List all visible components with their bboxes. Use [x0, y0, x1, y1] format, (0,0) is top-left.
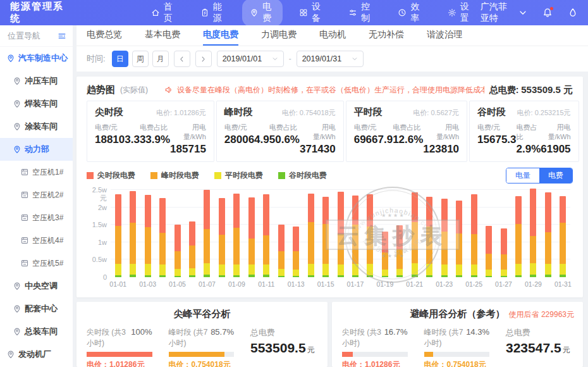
bar-column[interactable]: 01-03 — [140, 190, 155, 277]
menu-item-settings[interactable]: 设置 — [440, 0, 481, 27]
tab-基本电费[interactable]: 基本电费 — [145, 25, 180, 46]
bar-column[interactable] — [333, 190, 348, 277]
bar-column[interactable] — [481, 190, 496, 277]
menu-item-fee[interactable]: 电费 — [242, 0, 283, 27]
notifications-bell[interactable] — [542, 8, 553, 18]
bar-segment — [545, 232, 551, 264]
bar-segment — [338, 192, 344, 233]
prev-period-button[interactable] — [174, 51, 190, 67]
tab-无功补偿[interactable]: 无功补偿 — [369, 25, 404, 46]
bar-segment — [352, 225, 358, 264]
legend-swatch — [214, 172, 221, 179]
tab-电度电费[interactable]: 电度电费 — [203, 25, 238, 46]
legend-item[interactable]: 谷时段电费 — [278, 170, 327, 181]
toggle-fee[interactable]: 电费 — [539, 168, 572, 183]
ratio-value: 12.6% — [393, 134, 423, 146]
bar-column[interactable] — [451, 190, 466, 277]
bar-column[interactable]: 01-15 — [318, 190, 333, 277]
bar-segment — [248, 239, 255, 264]
sidebar-item[interactable]: 中央空调 — [0, 275, 73, 297]
menu-item-device[interactable]: 设备 — [291, 0, 332, 27]
ratio-value: 33.9% — [140, 134, 170, 146]
bar-column[interactable] — [244, 190, 259, 277]
toggle-energy[interactable]: 电量 — [506, 168, 539, 183]
sidebar-item[interactable]: 总装车间 — [0, 320, 73, 343]
bar-column[interactable]: 01-01 — [111, 190, 125, 277]
menu-item-efficiency[interactable]: 效率 — [390, 0, 431, 27]
sidebar-item[interactable]: 动力部 — [0, 138, 73, 161]
sidebar-item-label: 空压机2# — [32, 190, 63, 201]
bar-column[interactable]: 01-13 — [288, 190, 303, 277]
bar-column[interactable]: 01-11 — [259, 190, 274, 277]
collapse-sidebar-icon[interactable] — [58, 32, 66, 40]
sidebar-item[interactable]: 空压机1# — [0, 161, 73, 184]
bar-column[interactable] — [303, 190, 318, 277]
bar-column[interactable]: 01-23 — [437, 190, 451, 277]
tab-电费总览[interactable]: 电费总览 — [87, 25, 122, 46]
sidebar-item[interactable]: 冲压车间 — [0, 70, 73, 92]
bar-column[interactable]: 01-31 — [556, 190, 570, 277]
legend-item[interactable]: 平时段电费 — [214, 170, 263, 181]
sidebar-item[interactable]: 汽车制造中心 — [0, 47, 73, 70]
bar-segment — [219, 198, 225, 235]
energy-icon — [200, 8, 209, 17]
sidebar-item[interactable]: 空压机2# — [0, 184, 73, 206]
bar-column[interactable]: 01-21 — [407, 190, 422, 277]
sidebar-header: 位置导航 — [0, 25, 73, 47]
bar-segment — [308, 264, 314, 275]
bar-column[interactable]: 01-07 — [200, 190, 214, 277]
efficiency-icon — [398, 8, 407, 17]
start-date-picker[interactable]: 2019/01/01 — [217, 51, 284, 67]
legend-item[interactable]: 尖时段电费 — [87, 170, 135, 181]
sidebar-item[interactable]: 空压机4# — [0, 229, 73, 252]
bar-column[interactable] — [155, 190, 169, 277]
bar-column[interactable] — [541, 190, 555, 277]
bar-segment — [175, 225, 181, 251]
sidebar-item[interactable]: 空压机5# — [0, 252, 73, 275]
bar-column[interactable] — [125, 190, 140, 277]
bar-stack — [530, 189, 536, 277]
bar-column[interactable]: 01-25 — [467, 190, 481, 277]
bar-column[interactable]: 01-09 — [230, 190, 244, 277]
bar-column[interactable] — [511, 190, 525, 277]
company-name: 广汽菲亚特 — [481, 1, 515, 24]
bar-column[interactable]: 01-19 — [377, 190, 392, 277]
bar-column[interactable] — [393, 190, 407, 277]
sidebar-item[interactable]: 发动机厂 — [0, 343, 73, 366]
menu-item-energy[interactable]: 能源 — [193, 0, 233, 27]
y-axis-tick: 0 — [87, 273, 107, 281]
next-period-button[interactable] — [195, 51, 212, 67]
end-date-picker[interactable]: 2019/01/31 — [297, 51, 364, 67]
mode-week-button[interactable]: 周 — [132, 51, 149, 67]
sidebar-item[interactable]: 焊装车间 — [0, 92, 73, 115]
sidebar-item[interactable]: 配套中心 — [0, 297, 73, 320]
sidebar-item[interactable]: 空压机3# — [0, 206, 73, 229]
mode-month-button[interactable]: 月 — [152, 51, 169, 67]
company-selector[interactable]: 广汽菲亚特 — [481, 1, 527, 24]
menu-item-home[interactable]: 首页 — [144, 0, 184, 27]
bar-segment — [382, 252, 388, 270]
water-drop-button[interactable] — [568, 8, 578, 18]
tab-谐波治理[interactable]: 谐波治理 — [427, 25, 462, 46]
bar-column[interactable]: 01-29 — [526, 190, 541, 277]
sidebar-item[interactable]: 涂装车间 — [0, 115, 73, 138]
bar-column[interactable] — [214, 190, 229, 277]
bar-segment — [145, 264, 151, 275]
sidebar-item-label: 配套中心 — [25, 303, 58, 314]
fee-value: 15675.3 — [477, 134, 516, 146]
bar-column[interactable]: 01-05 — [170, 190, 185, 277]
bar-column[interactable] — [363, 190, 377, 277]
bar-column[interactable]: 01-27 — [496, 190, 511, 277]
energy-value: 371430 — [300, 143, 336, 156]
tab-力调电费[interactable]: 力调电费 — [261, 25, 297, 46]
chevron-down-icon — [518, 8, 527, 17]
sidebar-item-label: 中央空调 — [25, 280, 58, 292]
bar-column[interactable] — [274, 190, 288, 277]
bar-column[interactable]: 01-17 — [348, 190, 362, 277]
bar-column[interactable] — [185, 190, 199, 277]
menu-item-control[interactable]: 控制 — [341, 0, 381, 27]
bar-column[interactable] — [422, 190, 437, 277]
mode-day-button[interactable]: 日 — [112, 51, 128, 67]
legend-item[interactable]: 峰时段电费 — [150, 170, 199, 181]
tab-电动机[interactable]: 电动机 — [319, 25, 346, 46]
